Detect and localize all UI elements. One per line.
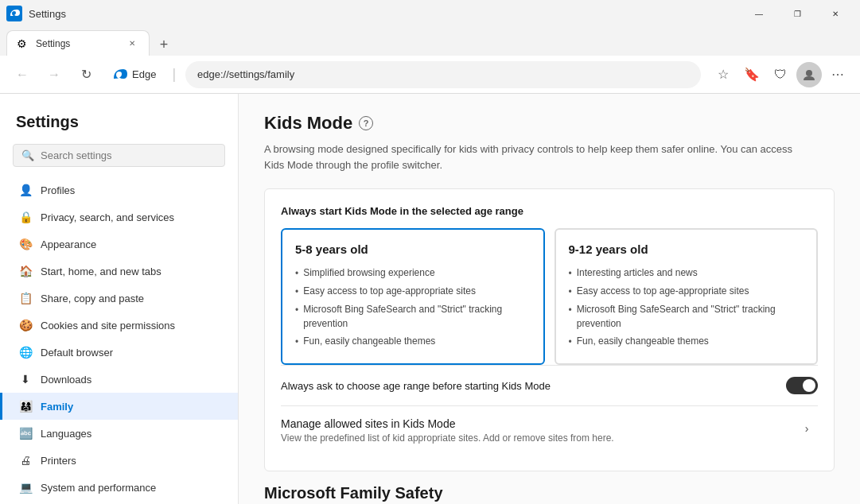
manage-sites-chevron[interactable]: › [796, 417, 818, 440]
edge-logo: Edge [105, 67, 162, 83]
address-bar: ← → ↻ Edge | edge://settings/family ☆ 🔖 … [0, 56, 860, 94]
sidebar-item-label-system: System and performance [41, 482, 156, 494]
age-card-9-12-title: 9-12 years old [569, 242, 804, 256]
title-bar: Settings — ❐ ✕ [0, 0, 860, 27]
minimize-button[interactable]: — [741, 2, 777, 25]
family-safety-title: Microsoft Family Safety [264, 484, 835, 502]
sidebar-item-label-downloads: Downloads [41, 374, 91, 386]
profile-avatar-icon [802, 68, 816, 82]
cookies-icon: 🍪 [18, 318, 33, 332]
kids-mode-help-icon[interactable]: ? [359, 116, 373, 130]
content-area: Settings 🔍 👤Profiles🔒Privacy, search, an… [0, 94, 860, 504]
privacy-icon: 🔒 [18, 210, 33, 224]
sidebar-item-label-family: Family [41, 401, 73, 413]
feature-item: Simplified browsing experience [295, 264, 531, 282]
tab-close-button[interactable]: ✕ [125, 37, 139, 51]
sidebar-item-system[interactable]: 💻System and performance [0, 474, 238, 501]
family-icon: 👨‍👩‍👧 [18, 399, 33, 413]
feature-item: Easy access to top age-appropriate sites [295, 282, 531, 300]
sidebar-item-reset[interactable]: 🔄Reset settings [0, 501, 238, 504]
sidebar-item-downloads[interactable]: ⬇Downloads [0, 366, 238, 393]
age-range-grid: 5-8 years old Simplified browsing experi… [281, 228, 818, 365]
sidebar-item-default-browser[interactable]: 🌐Default browser [0, 339, 238, 366]
close-button[interactable]: ✕ [817, 2, 854, 25]
sidebar-item-label-profiles: Profiles [41, 184, 75, 196]
browser-window: Settings — ❐ ✕ ⚙ Settings ✕ + ← → ↻ Edge… [0, 0, 860, 504]
toolbar-icons: ☆ 🔖 🛡 ⋯ [710, 62, 850, 87]
sidebar-item-label-printers: Printers [41, 455, 76, 467]
search-box-wrap: 🔍 [0, 144, 238, 176]
edge-brand-text: Edge [132, 68, 156, 80]
feature-item: Fun, easily changeable themes [295, 332, 531, 351]
manage-sites-text: Manage allowed sites in Kids Mode View t… [281, 417, 614, 444]
sidebar-item-profiles[interactable]: 👤Profiles [0, 176, 238, 204]
feature-item: Interesting articles and news [569, 264, 804, 282]
kids-mode-description: A browsing mode designed specifically fo… [264, 142, 805, 173]
sidebar-item-label-appearance: Appearance [41, 238, 96, 250]
sidebar-item-label-start-home: Start, home, and new tabs [41, 266, 161, 277]
url-input[interactable]: edge://settings/family [185, 61, 701, 88]
sidebar-item-start-home[interactable]: 🏠Start, home, and new tabs [0, 258, 238, 285]
search-input[interactable] [41, 149, 216, 161]
window-controls: — ❐ ✕ [741, 2, 854, 25]
manage-sites-row[interactable]: Manage allowed sites in Kids Mode View t… [281, 405, 818, 455]
collections-icon[interactable]: 🔖 [739, 62, 765, 87]
kids-mode-title: Kids Mode ? [264, 113, 835, 134]
feature-item: Fun, easily changeable themes [569, 332, 804, 351]
age-range-toggle[interactable] [786, 377, 818, 394]
appearance-icon: 🎨 [18, 237, 33, 251]
age-card-5-8-title: 5-8 years old [295, 242, 531, 256]
search-box[interactable]: 🔍 [13, 144, 225, 167]
new-tab-button[interactable]: + [153, 33, 175, 56]
settings-more-icon[interactable]: ⋯ [825, 62, 850, 87]
settings-sidebar: Settings 🔍 👤Profiles🔒Privacy, search, an… [0, 94, 239, 504]
age-card-9-12[interactable]: 9-12 years old Interesting articles and … [555, 228, 819, 365]
sidebar-item-label-default-browser: Default browser [41, 347, 113, 359]
sidebar-item-label-languages: Languages [41, 428, 91, 440]
printers-icon: 🖨 [18, 453, 33, 467]
start-home-icon: 🏠 [18, 264, 33, 278]
default-browser-icon: 🌐 [18, 345, 33, 359]
sidebar-item-label-privacy: Privacy, search, and services [41, 211, 174, 223]
profile-button[interactable] [796, 62, 822, 87]
sidebar-item-languages[interactable]: 🔤Languages [0, 420, 238, 447]
browser-essentials-icon[interactable]: 🛡 [768, 62, 793, 87]
age-range-card: Always start Kids Mode in the selected a… [264, 188, 835, 471]
maximize-button[interactable]: ❐ [779, 2, 815, 25]
back-button[interactable]: ← [10, 62, 35, 87]
svg-point-0 [806, 70, 812, 76]
toggle-label-text: Always ask to choose age range before st… [281, 380, 551, 392]
sidebar-item-share-copy[interactable]: 📋Share, copy and paste [0, 285, 238, 312]
manage-sites-desc: View the predefined list of kid appropri… [281, 432, 614, 444]
tab-favicon-icon: ⚙ [17, 37, 29, 50]
settings-nav: 👤Profiles🔒Privacy, search, and services🎨… [0, 176, 238, 504]
system-icon: 💻 [18, 480, 33, 494]
sidebar-item-appearance[interactable]: 🎨Appearance [0, 231, 238, 258]
age-card-5-8-features: Simplified browsing experienceEasy acces… [295, 264, 531, 351]
main-panel: Kids Mode ? A browsing mode designed spe… [239, 94, 860, 504]
sidebar-item-privacy[interactable]: 🔒Privacy, search, and services [0, 204, 238, 231]
browser-logo-icon [6, 6, 22, 21]
share-copy-icon: 📋 [18, 291, 33, 305]
tab-title: Settings [29, 8, 66, 20]
feature-item: Microsoft Bing SafeSearch and "Strict" t… [569, 300, 804, 332]
sidebar-item-printers[interactable]: 🖨Printers [0, 447, 238, 474]
sidebar-item-cookies[interactable]: 🍪Cookies and site permissions [0, 312, 238, 339]
sidebar-item-family[interactable]: 👨‍👩‍👧Family [0, 393, 238, 420]
favorites-icon[interactable]: ☆ [710, 62, 736, 87]
search-icon: 🔍 [21, 149, 34, 161]
languages-icon: 🔤 [18, 426, 33, 440]
profiles-icon: 👤 [18, 183, 33, 197]
age-range-subtitle: Always start Kids Mode in the selected a… [281, 205, 818, 217]
toggle-row: Always ask to choose age range before st… [281, 365, 818, 405]
refresh-button[interactable]: ↻ [73, 62, 99, 87]
age-card-5-8[interactable]: 5-8 years old Simplified browsing experi… [281, 228, 545, 365]
tab-bar: ⚙ Settings ✕ + [0, 27, 860, 56]
kids-mode-title-text: Kids Mode [264, 113, 352, 134]
tab-title-text: Settings [36, 38, 119, 49]
sidebar-item-label-share-copy: Share, copy and paste [41, 293, 144, 304]
forward-button[interactable]: → [41, 62, 67, 87]
active-tab[interactable]: ⚙ Settings ✕ [6, 30, 150, 56]
manage-sites-title: Manage allowed sites in Kids Mode [281, 417, 614, 430]
age-card-9-12-features: Interesting articles and newsEasy access… [569, 264, 804, 351]
